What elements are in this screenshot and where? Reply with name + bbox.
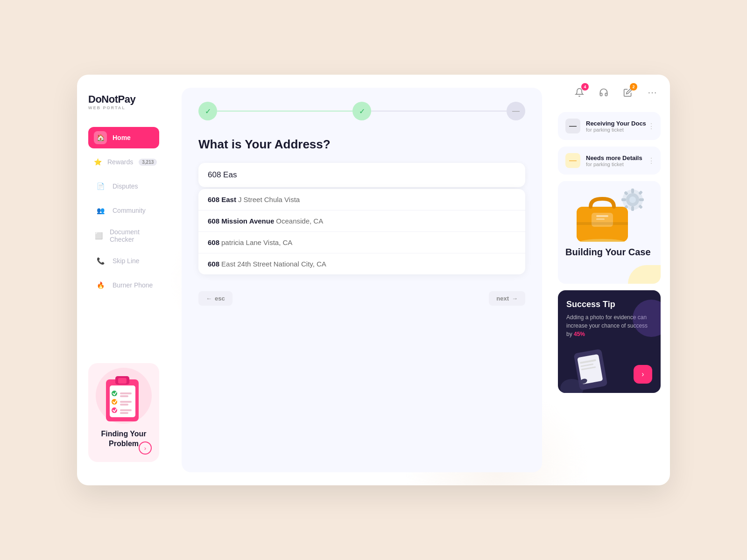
back-label: esc [215,295,225,302]
sidebar-item-community[interactable]: 👥 Community [88,200,159,221]
sidebar-item-burner-phone[interactable]: 🔥 Burner Phone [88,274,159,296]
step-2: ✓ [352,102,371,120]
main-content: ✓ ✓ — What is Your Address? 608 East J S… [170,75,553,485]
step-1: ✓ [198,102,217,120]
receiving-docs-icon: — [565,119,580,133]
suggestion-rest: patricia Lane Vista, CA [221,238,292,246]
suggestion-bold: 608 Mission Avenue [208,217,274,225]
next-label: next [496,295,509,302]
sidebar-bottom-card: Finding Your Problem › [88,363,159,462]
community-icon: 👥 [94,204,107,217]
sidebar-item-rewards[interactable]: ⭐ Rewards 3,213 [88,151,159,173]
suggestion-rest: East 24th Street National City, CA [221,260,326,268]
sidebar-item-label: Community [113,207,146,214]
building-case-card: Building Your Case [558,181,661,284]
building-accent [628,265,661,284]
sidebar-item-home[interactable]: 🏠 Home [88,127,159,148]
back-button[interactable]: ← esc [198,291,233,306]
address-input-container [198,163,525,187]
more-icon: ⋯ [648,87,657,98]
phone-icon: 📞 [94,254,107,267]
steps-card: ✓ ✓ — What is Your Address? 608 East J S… [182,88,542,472]
sidebar-item-label: Home [113,134,131,141]
receiving-docs-title: Receiving Your Docs [586,120,646,127]
receiving-docs-card: — Receiving Your Docs for parking ticket… [558,112,661,140]
success-btn-arrow: › [641,370,644,378]
needs-details-title: Needs more Details [586,154,642,161]
app-subtitle: WEB PORTAL [88,105,159,110]
suggestion-bold: 608 [208,238,219,246]
svg-rect-19 [639,198,644,201]
steps-progress: ✓ ✓ — [198,102,525,120]
phone-illustration [558,342,619,393]
support-button[interactable] [595,84,612,101]
briefcase-illustration [572,186,647,242]
svg-rect-9 [120,404,128,406]
finding-problem-arrow[interactable]: › [139,441,152,455]
home-icon: 🏠 [94,131,107,144]
top-icons: 4 2 ⋯ [558,84,661,101]
needs-details-card: — Needs more Details for parking ticket … [558,147,661,175]
svg-rect-26 [596,215,608,217]
logo: DoNotPay WEB PORTAL [88,93,159,110]
svg-rect-8 [120,401,132,403]
question-title: What is Your Address? [198,137,525,152]
star-icon: ⭐ [94,155,102,168]
step-line-1 [217,111,352,112]
more-button[interactable]: ⋯ [644,84,661,101]
finding-problem-card: Finding Your Problem › [88,363,159,462]
svg-rect-16 [631,189,634,193]
clipboard-svg [100,372,147,424]
success-tip-card: Success Tip Adding a photo for evidence … [558,290,661,393]
app-name: DoNotPay [88,93,159,105]
back-arrow-icon: ← [206,295,212,302]
svg-point-15 [629,196,636,203]
needs-details-subtitle: for parking ticket [586,161,642,167]
clipboard-illustration [100,372,147,424]
needs-details-menu[interactable]: ⋮ [648,156,655,165]
sidebar-item-document-checker[interactable]: ⬜ Document Checker [88,224,159,247]
svg-rect-5 [120,392,132,394]
sidebar-item-label: Document Checker [110,228,154,243]
step-line-2 [371,111,507,112]
svg-rect-11 [120,409,132,411]
sidebar-item-label: Disputes [113,182,138,190]
needs-details-text: Needs more Details for parking ticket [586,154,642,167]
building-case-title: Building Your Case [565,246,653,258]
right-panel: 4 2 ⋯ — Receiving [553,75,670,485]
document-icon: ⬜ [94,229,104,242]
sidebar-item-label: Rewards [107,158,133,166]
suggestion-rest: J Street Chula Vista [238,196,300,203]
notification-button[interactable]: 4 [571,84,588,101]
sidebar: DoNotPay WEB PORTAL 🏠 Home ⭐ Rewards 3,2… [77,75,170,485]
sidebar-item-label: Skip Line [113,257,140,265]
sidebar-item-label: Burner Phone [113,281,153,289]
success-tip-highlight: 45% [574,331,585,337]
app-container: DoNotPay WEB PORTAL 🏠 Home ⭐ Rewards 3,2… [77,75,670,485]
svg-rect-18 [621,198,626,201]
suggestion-item-4[interactable]: 608 East 24th Street National City, CA [198,253,525,274]
headset-icon [599,88,608,97]
suggestions-dropdown: 608 East J Street Chula Vista 608 Missio… [198,189,525,274]
svg-rect-6 [120,395,128,397]
svg-rect-27 [596,218,605,220]
notification-badge: 4 [581,83,589,91]
suggestion-item-3[interactable]: 608 patricia Lane Vista, CA [198,231,525,253]
suggestion-item-1[interactable]: 608 East J Street Chula Vista [198,189,525,210]
receiving-docs-text: Receiving Your Docs for parking ticket [586,120,646,133]
suggestion-item-2[interactable]: 608 Mission Avenue Oceanside, CA [198,210,525,231]
step-3: — [507,102,525,120]
edit-badge: 2 [630,83,637,91]
receiving-docs-menu[interactable]: ⋮ [648,122,655,131]
success-tip-button[interactable]: › [634,365,652,384]
address-input[interactable] [208,170,516,180]
edit-button[interactable]: 2 [620,84,636,101]
needs-details-icon: — [565,153,580,168]
svg-rect-17 [631,206,634,211]
flame-icon: 🔥 [94,279,107,292]
sidebar-item-skip-line[interactable]: 📞 Skip Line [88,250,159,272]
next-button[interactable]: next → [489,291,525,306]
sidebar-item-disputes[interactable]: 📄 Disputes [88,175,159,197]
suggestion-bold: 608 East [208,196,236,203]
next-arrow-icon: → [512,295,518,302]
